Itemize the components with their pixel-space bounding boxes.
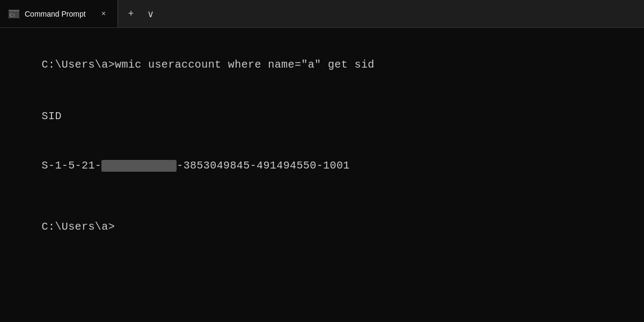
svg-text:C:\: C:\ (10, 13, 16, 18)
command-line: C:\Users\a>wmic useraccount where name="… (15, 41, 629, 89)
dropdown-button[interactable]: ∨ (142, 5, 159, 23)
sid-prefix: S-1-5-21- (42, 159, 102, 172)
svg-rect-1 (9, 10, 19, 11)
sid-redacted (101, 160, 177, 172)
sid-header: SID (42, 110, 62, 122)
tab-controls: + ∨ (118, 0, 163, 27)
sid-suffix: -3853049845-491494550-1001 (177, 159, 349, 172)
command-text: C:\Users\a>wmic useraccount where name="… (42, 58, 375, 71)
sid-header-line: SID (15, 92, 629, 141)
new-tab-button[interactable]: + (122, 5, 140, 23)
active-tab[interactable]: C:\ Command Prompt × (0, 0, 118, 27)
title-bar: C:\ Command Prompt × + ∨ (0, 0, 644, 28)
prompt-text: C:\Users\a> (42, 221, 115, 233)
prompt-line: C:\Users\a> (15, 203, 629, 251)
terminal-body: C:\Users\a>wmic useraccount where name="… (0, 28, 644, 322)
sid-value-line: S-1-5-21- -3853049845-491494550-1001 (15, 142, 629, 190)
cmd-icon: C:\ (9, 10, 19, 18)
tab-title: Command Prompt (25, 10, 93, 18)
close-tab-button[interactable]: × (98, 9, 109, 19)
